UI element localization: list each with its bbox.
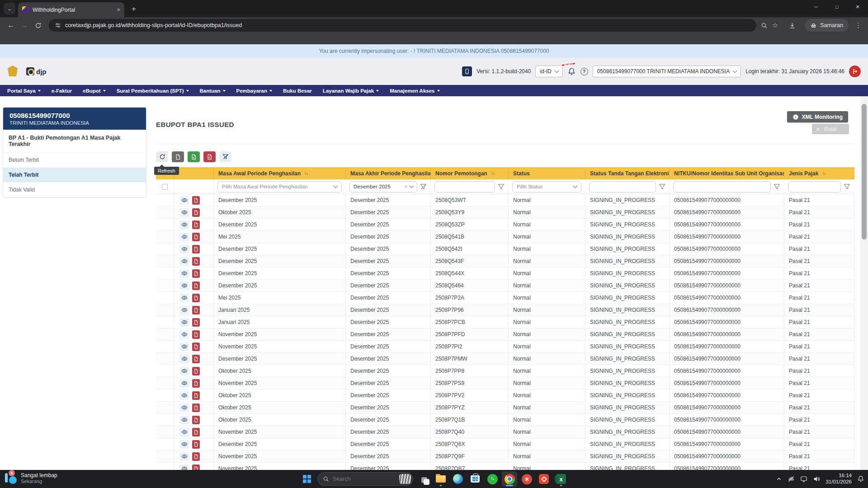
filter-icon[interactable] bbox=[659, 183, 665, 190]
view-button[interactable] bbox=[179, 428, 189, 436]
column-header-nitku-nomor-identitas-sub-unit-organisasi[interactable]: NITKU/Nomor Identitas Sub Unit Organisas… bbox=[670, 167, 784, 179]
taskbar-search[interactable] bbox=[317, 472, 413, 486]
taskbar-app-task-view[interactable] bbox=[416, 471, 431, 487]
sidebar-item-telah-terbit[interactable]: Telah Terbit bbox=[3, 168, 146, 183]
taskbar-app-chrome[interactable] bbox=[502, 471, 517, 487]
pdf-download-button[interactable] bbox=[192, 245, 200, 253]
volume-icon[interactable] bbox=[813, 475, 820, 483]
jenis-pajak-filter-input[interactable] bbox=[788, 181, 841, 192]
view-button[interactable] bbox=[179, 355, 189, 363]
column-header-nomor-pemotongan[interactable]: Nomor Pemotongan↑↓ bbox=[431, 167, 509, 179]
onedrive-paused-icon[interactable] bbox=[788, 475, 795, 483]
sort-icon[interactable]: ↑↓ bbox=[491, 171, 495, 176]
pdf-download-button[interactable] bbox=[192, 379, 200, 388]
view-button[interactable] bbox=[179, 367, 189, 375]
masa-awal-filter-select[interactable]: Pilih Masa Awal Periode Penghasilan bbox=[217, 181, 342, 192]
pdf-download-button[interactable] bbox=[192, 282, 200, 290]
view-button[interactable] bbox=[179, 196, 189, 205]
site-settings-icon[interactable] bbox=[55, 22, 61, 28]
nav-item-pembayaran[interactable]: Pembayaran bbox=[236, 88, 272, 94]
nav-item-bantuan[interactable]: Bantuan bbox=[200, 88, 226, 94]
scrollbar[interactable] bbox=[860, 96, 868, 470]
view-button[interactable] bbox=[179, 269, 189, 278]
pdf-download-button[interactable] bbox=[192, 306, 200, 314]
help-button[interactable]: ? bbox=[580, 68, 588, 75]
logout-button[interactable] bbox=[849, 66, 861, 77]
taskbar-app-file-explorer[interactable] bbox=[433, 471, 448, 487]
view-button[interactable] bbox=[179, 391, 189, 400]
tab-search-button[interactable]: ⌄ bbox=[4, 3, 15, 14]
taxpayer-select[interactable]: 0508615499077000 TRINITI MEDIATAMA INDON… bbox=[593, 66, 741, 77]
nav-item-manajemen-akses[interactable]: Manajemen Akses bbox=[390, 88, 439, 94]
sort-icon[interactable]: ↑↓ bbox=[822, 171, 826, 176]
forward-button[interactable]: → bbox=[18, 19, 31, 32]
view-button[interactable] bbox=[179, 233, 189, 241]
view-button[interactable] bbox=[179, 330, 189, 339]
export-csv-button[interactable] bbox=[172, 151, 184, 162]
filter-active-icon[interactable] bbox=[420, 183, 427, 190]
view-button[interactable] bbox=[179, 318, 189, 327]
pdf-download-button[interactable] bbox=[192, 196, 200, 205]
view-button[interactable] bbox=[179, 257, 189, 266]
view-button[interactable] bbox=[179, 404, 189, 412]
select-all-checkbox[interactable] bbox=[162, 184, 168, 190]
view-button[interactable] bbox=[179, 343, 189, 351]
notification-bell-button[interactable]: Baru bbox=[567, 67, 576, 76]
pdf-download-button[interactable] bbox=[192, 269, 200, 278]
pdf-download-button[interactable] bbox=[192, 221, 200, 229]
pdf-download-button[interactable] bbox=[192, 257, 200, 266]
nav-item-e-faktur[interactable]: e-Faktur bbox=[52, 88, 72, 94]
back-button[interactable]: ← bbox=[5, 19, 17, 32]
sidebar-item-belum-terbit[interactable]: Belum Terbit bbox=[3, 153, 146, 168]
column-header-masa-awal-periode-penghasilan[interactable]: Masa Awal Periode Penghasilan↑↓ bbox=[214, 167, 346, 179]
view-button[interactable] bbox=[179, 379, 189, 388]
sort-icon[interactable]: ↑↓ bbox=[304, 171, 308, 176]
browser-tab[interactable]: WithholdingPortal × bbox=[18, 2, 124, 17]
pdf-download-button[interactable] bbox=[192, 465, 200, 470]
scrollbar-thumb[interactable] bbox=[862, 104, 867, 239]
pdf-download-button[interactable] bbox=[192, 428, 200, 436]
taskbar-app-red-diamond-app[interactable] bbox=[536, 471, 552, 487]
view-button[interactable] bbox=[179, 306, 189, 314]
bookmark-star-icon[interactable]: ☆ bbox=[772, 21, 778, 29]
weather-widget[interactable]: 5 Sangat lembap Sekarang bbox=[5, 471, 57, 485]
pdf-download-button[interactable] bbox=[192, 391, 200, 400]
clear-filters-button[interactable] bbox=[219, 151, 231, 162]
djp-logo[interactable]: djp bbox=[26, 67, 47, 75]
nav-item-surat-pemberitahuan-spt[interactable]: Surat Pemberitahuan (SPT) bbox=[117, 88, 189, 94]
pdf-download-button[interactable] bbox=[192, 343, 200, 351]
pdf-download-button[interactable] bbox=[192, 367, 200, 375]
pdf-download-button[interactable] bbox=[192, 416, 200, 424]
address-bar[interactable]: coretaxdjp.pajak.go.id/withholding-slips… bbox=[49, 19, 756, 32]
view-button[interactable] bbox=[179, 282, 189, 290]
nav-item-layanan-wajib-pajak[interactable]: Layanan Wajib Pajak bbox=[323, 88, 379, 94]
nav-item-buku-besar[interactable]: Buku Besar bbox=[283, 88, 312, 94]
new-tab-button[interactable]: + bbox=[128, 3, 140, 15]
pdf-download-button[interactable] bbox=[192, 404, 200, 412]
window-close-button[interactable]: ✕ bbox=[847, 0, 868, 14]
view-button[interactable] bbox=[179, 465, 189, 470]
search-icon[interactable] bbox=[761, 22, 768, 29]
filter-icon[interactable] bbox=[774, 183, 780, 190]
nomor-pemotongan-filter-input[interactable] bbox=[434, 181, 495, 192]
locale-select[interactable]: id-ID bbox=[535, 66, 562, 77]
status-filter-select[interactable]: Pilih Status bbox=[512, 181, 581, 192]
download-icon[interactable] bbox=[789, 22, 796, 29]
sidebar-item-tidak-valid[interactable]: Tidak Valid bbox=[3, 183, 146, 197]
view-button[interactable] bbox=[179, 294, 189, 302]
taskbar-app-edge[interactable] bbox=[450, 471, 466, 487]
pdf-download-button[interactable] bbox=[192, 318, 200, 327]
start-button[interactable] bbox=[299, 472, 315, 486]
nitku-filter-input[interactable] bbox=[673, 181, 771, 192]
masa-akhir-filter-combo[interactable]: Desember 2025× bbox=[349, 181, 417, 192]
taskbar-app-microsoft-store[interactable] bbox=[467, 471, 483, 487]
tab-close-icon[interactable]: × bbox=[117, 6, 120, 13]
window-minimize-button[interactable]: ─ bbox=[806, 0, 826, 14]
export-pdf-button[interactable] bbox=[203, 151, 216, 162]
pdf-download-button[interactable] bbox=[192, 330, 200, 339]
reload-button[interactable] bbox=[32, 19, 44, 32]
xml-monitoring-button[interactable]: XML Monitoring bbox=[787, 111, 848, 122]
refresh-button[interactable] bbox=[156, 151, 168, 162]
notifications-bell-icon[interactable] bbox=[857, 475, 864, 483]
taskbar-app-claude[interactable] bbox=[519, 471, 534, 487]
